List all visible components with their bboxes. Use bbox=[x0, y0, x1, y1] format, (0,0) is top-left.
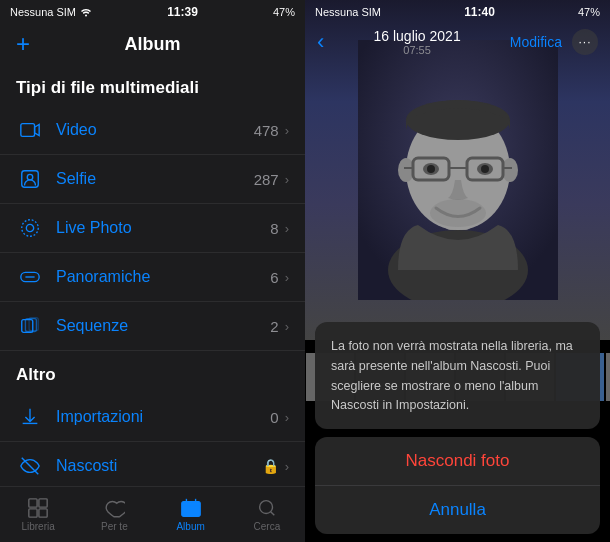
section-media-title: Tipi di file multimediali bbox=[0, 64, 305, 106]
nav-cerca[interactable]: Cerca bbox=[229, 487, 305, 542]
svg-rect-12 bbox=[39, 499, 47, 507]
svg-rect-11 bbox=[29, 499, 37, 507]
action-sheet: La foto non verrà mostrata nella libreri… bbox=[305, 322, 610, 542]
nav-per-te-label: Per te bbox=[101, 521, 128, 532]
selfie-label: Selfie bbox=[56, 170, 254, 188]
more-button[interactable]: ··· bbox=[572, 29, 598, 55]
left-status-left: Nessuna SIM bbox=[10, 6, 92, 18]
list-item-sequenze[interactable]: Sequenze 2 › bbox=[0, 302, 305, 351]
sequenze-label: Sequenze bbox=[56, 317, 270, 335]
svg-point-0 bbox=[85, 14, 87, 16]
left-carrier: Nessuna SIM bbox=[10, 6, 76, 18]
action-sheet-buttons: Nascondi foto Annulla bbox=[315, 437, 600, 534]
action-sheet-message-box: La foto non verrà mostrata nella libreri… bbox=[315, 322, 600, 429]
importazioni-label: Importazioni bbox=[56, 408, 270, 426]
import-icon bbox=[16, 403, 44, 431]
svg-rect-1 bbox=[21, 124, 35, 137]
section-altro-title: Altro bbox=[0, 351, 305, 393]
list-item-live[interactable]: Live Photo 8 › bbox=[0, 204, 305, 253]
right-time: 11:40 bbox=[464, 5, 495, 19]
photo-actions: Modifica ··· bbox=[510, 29, 598, 55]
hide-photo-button[interactable]: Nascondi foto bbox=[315, 437, 600, 486]
nascosti-label: Nascosti bbox=[56, 457, 262, 475]
hidden-icon bbox=[16, 452, 44, 480]
svg-rect-8 bbox=[25, 319, 36, 332]
right-battery: 47% bbox=[578, 6, 600, 18]
svg-point-31 bbox=[427, 165, 435, 173]
live-photo-icon bbox=[16, 214, 44, 242]
list-item-selfie[interactable]: Selfie 287 › bbox=[0, 155, 305, 204]
cancel-label: Annulla bbox=[429, 500, 486, 520]
svg-rect-13 bbox=[29, 509, 37, 517]
panoramic-chevron: › bbox=[285, 270, 289, 285]
svg-point-16 bbox=[260, 501, 273, 514]
panoramic-icon bbox=[16, 263, 44, 291]
live-count: 8 bbox=[270, 220, 278, 237]
video-count: 478 bbox=[254, 122, 279, 139]
libreria-icon bbox=[27, 497, 49, 519]
left-header: + Album bbox=[0, 24, 305, 64]
hide-photo-label: Nascondi foto bbox=[406, 451, 510, 471]
svg-rect-14 bbox=[39, 509, 47, 517]
cancel-button[interactable]: Annulla bbox=[315, 486, 600, 534]
list-item-importazioni[interactable]: Importazioni 0 › bbox=[0, 393, 305, 442]
bottom-nav: Libreria Per te Album Cerca bbox=[0, 486, 305, 542]
nav-per-te[interactable]: Per te bbox=[76, 487, 152, 542]
more-dots: ··· bbox=[578, 35, 591, 49]
panoramic-count: 6 bbox=[270, 269, 278, 286]
nav-cerca-label: Cerca bbox=[254, 521, 281, 532]
svg-point-4 bbox=[26, 224, 33, 231]
back-button[interactable]: ‹ bbox=[317, 29, 324, 55]
importazioni-chevron: › bbox=[285, 410, 289, 425]
live-chevron: › bbox=[285, 221, 289, 236]
selfie-icon bbox=[16, 165, 44, 193]
sequenze-chevron: › bbox=[285, 319, 289, 334]
right-carrier: Nessuna SIM bbox=[315, 6, 381, 18]
left-time: 11:39 bbox=[167, 5, 198, 19]
album-icon bbox=[180, 497, 202, 519]
svg-rect-15 bbox=[181, 502, 199, 517]
action-sheet-text: La foto non verrà mostrata nella libreri… bbox=[331, 339, 573, 412]
video-chevron: › bbox=[285, 123, 289, 138]
video-label: Video bbox=[56, 121, 254, 139]
panoramic-label: Panoramiche bbox=[56, 268, 270, 286]
nav-album-label: Album bbox=[176, 521, 204, 532]
list-item-nascosti[interactable]: Nascosti 🔒 › bbox=[0, 442, 305, 486]
nav-album[interactable]: Album bbox=[153, 487, 229, 542]
list-item-panoramic[interactable]: Panoramiche 6 › bbox=[0, 253, 305, 302]
scroll-area: Tipi di file multimediali Video 478 › bbox=[0, 64, 305, 486]
burst-icon bbox=[16, 312, 44, 340]
add-album-button[interactable]: + bbox=[16, 30, 30, 58]
portrait-svg bbox=[358, 40, 558, 300]
nav-libreria-label: Libreria bbox=[21, 521, 54, 532]
left-header-title: Album bbox=[125, 34, 181, 55]
left-battery: 47% bbox=[273, 6, 295, 18]
per-te-icon bbox=[103, 497, 125, 519]
edit-button[interactable]: Modifica bbox=[510, 34, 562, 50]
svg-point-33 bbox=[430, 199, 486, 227]
nascosti-lock-icon: 🔒 bbox=[262, 458, 279, 474]
right-panel: Nessuna SIM 11:40 47% ‹ 16 luglio 2021 0… bbox=[305, 0, 610, 542]
importazioni-count: 0 bbox=[270, 409, 278, 426]
cerca-icon bbox=[256, 497, 278, 519]
selfie-chevron: › bbox=[285, 172, 289, 187]
svg-point-3 bbox=[27, 174, 33, 180]
video-icon bbox=[16, 116, 44, 144]
list-item-video[interactable]: Video 478 › bbox=[0, 106, 305, 155]
sequenze-count: 2 bbox=[270, 318, 278, 335]
photo-date-block: 16 luglio 2021 07:55 bbox=[374, 28, 461, 56]
nav-libreria[interactable]: Libreria bbox=[0, 487, 76, 542]
left-wifi-icon bbox=[80, 8, 92, 17]
right-status-bar: Nessuna SIM 11:40 47% bbox=[305, 0, 610, 24]
svg-point-5 bbox=[22, 220, 39, 237]
right-battery-area: 47% bbox=[578, 6, 600, 18]
left-status-bar: Nessuna SIM 11:39 47% bbox=[0, 0, 305, 24]
photo-time: 07:55 bbox=[403, 44, 431, 56]
left-status-right: 47% bbox=[273, 6, 295, 18]
left-panel: Nessuna SIM 11:39 47% + Album Tipi di fi… bbox=[0, 0, 305, 542]
live-label: Live Photo bbox=[56, 219, 270, 237]
nascosti-chevron: › bbox=[285, 459, 289, 474]
selfie-count: 287 bbox=[254, 171, 279, 188]
svg-point-32 bbox=[481, 165, 489, 173]
photo-header: ‹ 16 luglio 2021 07:55 Modifica ··· bbox=[305, 22, 610, 62]
